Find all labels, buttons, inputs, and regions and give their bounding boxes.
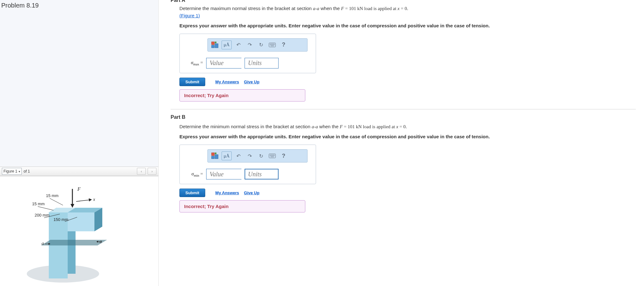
svg-rect-23	[215, 44, 218, 48]
undo-icon: ↶	[236, 153, 240, 159]
section-a-left: a	[42, 241, 44, 246]
svg-rect-24	[212, 45, 214, 48]
help-icon: ?	[282, 41, 285, 48]
svg-line-11	[76, 200, 90, 201]
part-a-answer-block: μÅ ↶ ↷ ↻ ? σmax = Submit	[179, 34, 316, 102]
help-button[interactable]: ?	[279, 41, 288, 49]
undo-icon: ↶	[236, 42, 240, 48]
figure-selector[interactable]: Figure 1 ▾	[2, 168, 22, 175]
special-chars-button[interactable]: μÅ	[222, 41, 232, 49]
special-chars-button[interactable]: μÅ	[222, 151, 232, 160]
undo-button[interactable]: ↶	[234, 152, 243, 160]
svg-rect-31	[215, 155, 218, 159]
redo-icon: ↷	[248, 153, 252, 159]
svg-marker-8	[41, 240, 107, 245]
figure-prev-button[interactable]: ‹	[137, 168, 146, 175]
diagram-x-label: x	[93, 197, 95, 202]
figure-area: F x 15 mm 15 mm 200 mm 150 mm a a	[0, 176, 158, 286]
help-button[interactable]: ?	[279, 152, 288, 160]
part-b-prompt: Determine the minimum normal stress in t…	[179, 123, 636, 130]
part-b-give-up-link[interactable]: Give Up	[244, 190, 259, 195]
keyboard-icon	[269, 154, 276, 158]
part-b-toolbar: μÅ ↶ ↷ ↻ ?	[207, 149, 308, 162]
dim-15-top: 15 mm	[46, 193, 59, 198]
svg-rect-22	[215, 42, 216, 43]
app-root: Problem 8.19 Figure 1 ▾ of 1 ‹ ›	[0, 0, 644, 286]
dim-15-side: 15 mm	[32, 201, 45, 206]
right-panel: Part A Determine the maximum normal stre…	[159, 0, 644, 286]
divider	[171, 109, 636, 109]
part-a-header: Part A	[171, 0, 636, 3]
sigma-max-label: σmax =	[185, 60, 203, 66]
reset-button[interactable]: ↻	[256, 152, 266, 160]
part-a-prompt: Determine the maximum normal stress in t…	[179, 5, 636, 19]
figure-count: of 1	[24, 169, 30, 173]
help-icon: ?	[282, 153, 285, 159]
part-b-value-input[interactable]	[206, 169, 241, 179]
redo-icon: ↷	[248, 42, 252, 48]
section-a-right: a	[99, 239, 102, 244]
templates-icon	[211, 41, 219, 48]
figure-toolbar: Figure 1 ▾ of 1 ‹ ›	[0, 167, 158, 176]
keyboard-button[interactable]	[268, 41, 277, 49]
svg-line-13	[50, 198, 63, 205]
diagram-force-label: F	[77, 186, 81, 192]
sigma-min-label: σmin =	[185, 171, 203, 177]
mu-angstrom-icon: μÅ	[224, 42, 230, 47]
part-b-answer-box: μÅ ↶ ↷ ↻ ? σmin =	[179, 145, 316, 184]
svg-marker-10	[71, 204, 74, 208]
reset-icon: ↻	[259, 153, 263, 159]
part-a-answer-box: μÅ ↶ ↷ ↻ ? σmax =	[179, 34, 316, 73]
svg-rect-21	[212, 42, 214, 45]
reset-icon: ↻	[259, 42, 263, 48]
redo-button[interactable]: ↷	[245, 152, 254, 160]
templates-icon	[211, 152, 219, 159]
mu-angstrom-icon: μÅ	[224, 153, 230, 159]
problem-title: Problem 8.19	[0, 0, 158, 9]
part-b-submit-button[interactable]: Submit	[179, 189, 205, 197]
figure-diagram: F x 15 mm 15 mm 200 mm 150 mm a a	[3, 183, 123, 283]
svg-rect-30	[215, 153, 216, 154]
figure-link[interactable]: (Figure 1)	[179, 13, 200, 18]
svg-line-14	[38, 206, 54, 210]
svg-marker-6	[68, 212, 94, 231]
part-a-toolbar: μÅ ↶ ↷ ↻ ?	[207, 38, 308, 52]
figure-selector-label: Figure 1	[3, 169, 17, 173]
keyboard-icon	[269, 43, 276, 47]
part-a-units-input[interactable]	[245, 58, 279, 69]
part-b-instruction: Express your answer with the appropriate…	[179, 133, 636, 140]
redo-button[interactable]: ↷	[245, 41, 254, 49]
left-panel: Problem 8.19 Figure 1 ▾ of 1 ‹ ›	[0, 0, 159, 286]
part-a-value-input[interactable]	[206, 58, 241, 69]
svg-marker-12	[89, 198, 92, 201]
templates-button[interactable]	[210, 41, 220, 49]
part-b-header: Part B	[171, 114, 636, 120]
part-a-instruction: Express your answer with the appropriate…	[179, 22, 636, 29]
dim-200: 200 mm	[35, 213, 49, 217]
undo-button[interactable]: ↶	[234, 41, 243, 49]
part-b-my-answers-link[interactable]: My Answers	[215, 190, 239, 195]
part-a-feedback: Incorrect; Try Again	[179, 89, 305, 102]
part-b-feedback: Incorrect; Try Again	[179, 200, 305, 212]
svg-rect-32	[212, 156, 214, 159]
part-a-give-up-link[interactable]: Give Up	[244, 80, 259, 84]
part-a-my-answers-link[interactable]: My Answers	[215, 80, 239, 84]
templates-button[interactable]	[210, 152, 220, 160]
keyboard-button[interactable]	[268, 152, 277, 160]
figure-next-button[interactable]: ›	[148, 168, 156, 175]
part-b-answer-block: μÅ ↶ ↷ ↻ ? σmin = Submit	[179, 145, 316, 212]
svg-rect-29	[212, 153, 214, 156]
part-b-units-input[interactable]	[245, 169, 279, 179]
reset-button[interactable]: ↻	[256, 41, 266, 49]
chevron-down-icon: ▾	[19, 170, 20, 173]
part-a-submit-button[interactable]: Submit	[179, 78, 205, 86]
